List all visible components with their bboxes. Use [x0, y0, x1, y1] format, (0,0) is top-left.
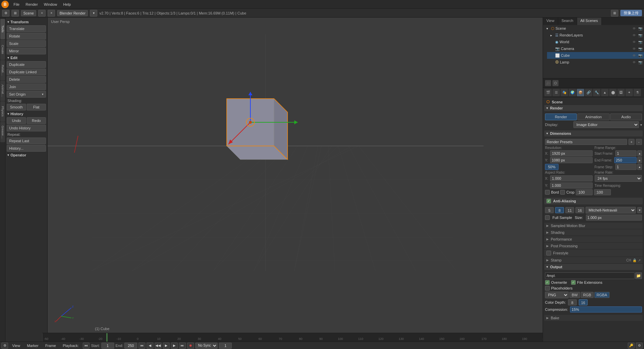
scale-btn[interactable]: Scale: [7, 40, 46, 47]
set-origin-btn[interactable]: Set Origin: [7, 91, 46, 98]
outliner-item-cube[interactable]: ⬜ Cube 👁📷: [547, 52, 644, 59]
delete-btn[interactable]: Delete: [7, 76, 46, 83]
prev-keyframe-btn[interactable]: ◀: [147, 343, 153, 349]
rl-eye-icon[interactable]: 👁: [632, 33, 637, 38]
remap-old-field[interactable]: :100: [576, 189, 593, 195]
screen-link-btn[interactable]: ⊞: [611, 10, 618, 17]
aa-enabled-checkbox[interactable]: ✓: [546, 199, 551, 203]
prop-icon-physics[interactable]: ⚗: [634, 89, 641, 96]
timeline-playback-menu[interactable]: Playback:: [60, 343, 82, 348]
lamp-cam-icon[interactable]: 📷: [638, 60, 643, 65]
format-select[interactable]: PNG: [545, 292, 569, 298]
tab-animation[interactable]: Animat…: [0, 81, 5, 101]
rl-cam-icon[interactable]: 📷: [638, 33, 643, 38]
current-frame-input[interactable]: [219, 343, 232, 349]
performance-header[interactable]: ▶ Performance: [544, 236, 643, 242]
frame-step-up[interactable]: ▲: [637, 164, 642, 170]
menu-window[interactable]: Window: [41, 2, 60, 7]
prop-icon-scene[interactable]: ⬡: [552, 80, 559, 86]
rgba-btn[interactable]: RGBA: [594, 292, 610, 298]
jump-start-btn[interactable]: ⏮: [139, 343, 145, 349]
rgb-btn[interactable]: RGB: [581, 292, 594, 298]
outliner-item-scene[interactable]: ▾ ⬡ Scene 👁 📷: [543, 25, 644, 32]
render-section-header[interactable]: ▾ Render: [544, 105, 643, 111]
tab-relations[interactable]: Relati…: [0, 60, 5, 80]
prop-icon-scene2[interactable]: 🎭: [561, 89, 568, 96]
cube-cam-icon[interactable]: 📷: [638, 53, 643, 58]
duplicate-btn[interactable]: Duplicate: [7, 61, 46, 68]
cube-eye-icon[interactable]: 👁: [632, 53, 637, 58]
undo-history-btn[interactable]: Undo History: [7, 125, 46, 131]
timeline-view-menu[interactable]: View: [9, 343, 23, 348]
full-sample-checkbox[interactable]: [545, 215, 550, 220]
prop-icon-world[interactable]: 🌍: [569, 89, 576, 96]
duplicate-linked-btn[interactable]: Duplicate Linked: [7, 69, 46, 75]
aa-btn-5[interactable]: 5: [545, 207, 554, 213]
viewport-layout-btn[interactable]: ⊞: [11, 10, 19, 17]
history-btn[interactable]: History...: [7, 145, 46, 152]
bake-header[interactable]: ▶ Bake: [544, 315, 643, 321]
jump-end-btn[interactable]: ⏭: [179, 343, 186, 349]
presets-add-btn[interactable]: +: [628, 139, 635, 145]
color-depth-8-btn[interactable]: 8: [568, 299, 577, 305]
next-keyframe-btn[interactable]: ▶: [171, 343, 178, 349]
start-frame-input[interactable]: [101, 343, 114, 349]
flat-btn[interactable]: Flat: [27, 104, 46, 110]
play-range-start-btn[interactable]: ⏮: [83, 343, 90, 349]
prop-icon-texture[interactable]: 🖼: [617, 89, 625, 96]
play-reverse-btn[interactable]: ◀◀: [155, 343, 162, 349]
frame-step-field[interactable]: 1: [615, 164, 637, 170]
aa-section-header[interactable]: ✓ Anti-Aliasing: [544, 198, 643, 204]
world-eye-icon[interactable]: 👁: [632, 40, 637, 44]
display-arrow-btn[interactable]: ▾: [640, 123, 642, 127]
scene-expand-btn[interactable]: +: [38, 10, 46, 17]
start-frame-field[interactable]: 1: [615, 150, 637, 156]
menu-help[interactable]: Help: [60, 2, 74, 7]
menu-render[interactable]: Render: [23, 2, 41, 7]
display-select[interactable]: Image Editor: [573, 121, 639, 128]
motion-blur-header[interactable]: ▶ Sampled Motion Blur: [544, 223, 643, 229]
viewport[interactable]: User Persp: [48, 18, 543, 342]
compression-field[interactable]: 15%: [570, 306, 642, 313]
aa-btn-8[interactable]: 8: [555, 207, 564, 213]
prop-icon-render[interactable]: 🎥: [545, 80, 551, 86]
post-processing-header[interactable]: ▶ Post Processing: [544, 243, 643, 249]
outliner-item-renderlayers[interactable]: ▸ ☰ RenderLayers 👁📷: [547, 32, 644, 39]
end-frame-up[interactable]: ▲: [637, 157, 642, 163]
file-ext-checkbox[interactable]: ✓: [571, 280, 576, 285]
menu-file[interactable]: File: [11, 2, 22, 7]
tab-tools[interactable]: Tools: [0, 19, 5, 39]
res-x-field[interactable]: 1920 px: [550, 150, 592, 156]
aa-method-arrow[interactable]: ▾: [637, 207, 642, 213]
size-field[interactable]: 1.000 px: [586, 215, 642, 221]
scene-selector[interactable]: Scene: [21, 10, 36, 16]
render-tab-render[interactable]: Render: [545, 114, 577, 120]
scene-camera[interactable]: 📷: [638, 26, 643, 31]
dimensions-section-header[interactable]: ▾ Dimensions: [544, 130, 643, 136]
options-btn[interactable]: ⚙: [636, 343, 643, 349]
prop-icon-object[interactable]: 📦: [577, 89, 584, 96]
keying-btn[interactable]: 🔑: [628, 343, 635, 349]
operator-header[interactable]: Operator: [6, 152, 47, 158]
freestyle-checkbox[interactable]: [546, 251, 551, 255]
outliner-tab-search[interactable]: Search: [558, 18, 577, 25]
record-btn[interactable]: ⏺: [187, 343, 194, 349]
repeat-last-btn[interactable]: Repeat Last: [7, 138, 46, 144]
scene-visibility-eye[interactable]: 👁: [632, 26, 637, 31]
play-btn[interactable]: ▶: [163, 343, 170, 349]
prop-icon-modifiers[interactable]: 🔧: [593, 89, 600, 96]
aspect-y-field[interactable]: 1.000: [550, 182, 593, 189]
bw-btn[interactable]: BW: [569, 292, 580, 298]
end-frame-input[interactable]: [124, 343, 137, 349]
cam-cam-icon[interactable]: 📷: [638, 46, 643, 51]
render-engine-selector[interactable]: Blender Render: [57, 10, 88, 16]
editor-type-btn[interactable]: ⚙: [2, 10, 9, 17]
tab-create[interactable]: Create: [0, 40, 5, 60]
remap-new-field[interactable]: :100: [594, 189, 611, 195]
output-section-header[interactable]: ▾ Output: [544, 264, 643, 270]
prop-icon-constraints[interactable]: 🔗: [585, 89, 592, 96]
transform-header[interactable]: Transform: [6, 19, 47, 25]
render-tab-animation[interactable]: Animation: [577, 114, 609, 120]
output-path-input[interactable]: [545, 272, 635, 279]
outliner-tab-view[interactable]: View: [543, 18, 558, 25]
